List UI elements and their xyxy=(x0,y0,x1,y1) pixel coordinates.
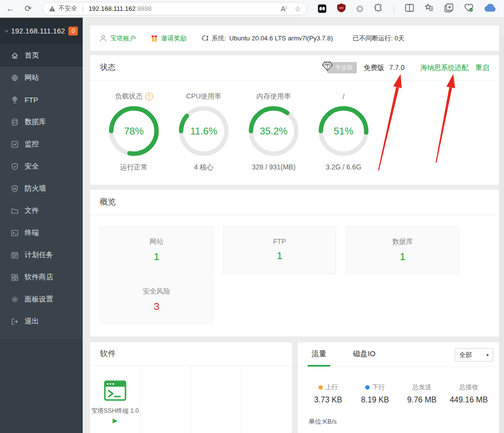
sidebar-item-cron[interactable]: 计划任务 xyxy=(0,244,83,266)
split-screen-icon[interactable] xyxy=(405,4,414,14)
edition-label: 免费版 xyxy=(364,64,384,72)
ubuntu-icon xyxy=(201,34,209,42)
software-empty-cell xyxy=(191,366,242,433)
card-database[interactable]: 数据库 1 xyxy=(346,226,459,274)
sidebar-item-firewall[interactable]: 防火墙 xyxy=(0,177,83,200)
reload-button[interactable]: ⟳ xyxy=(21,1,35,16)
settings-icon xyxy=(11,296,19,303)
sidebar-item-logout[interactable]: 退出 xyxy=(0,310,83,333)
collections-icon[interactable] xyxy=(425,3,434,14)
sidebar-item-website[interactable]: 网站 xyxy=(0,67,83,89)
app-play-button[interactable]: ▶ xyxy=(113,417,118,424)
upstream-dot-icon xyxy=(318,385,323,390)
user-icon xyxy=(99,34,107,42)
sidebar-item-terminal[interactable]: 终端 xyxy=(0,222,83,244)
software-panel: 软件 宝塔SSH终端 1.0 ▶ xyxy=(90,342,292,433)
status-title: 状态 xyxy=(100,63,116,73)
firewall-icon xyxy=(11,185,19,193)
downstream-dot-icon xyxy=(365,385,370,390)
sidebar-item-home[interactable]: 首页 xyxy=(0,44,83,67)
appstore-icon xyxy=(11,273,19,281)
home-icon xyxy=(11,52,19,60)
stat-upstream: 上行 3.73 KB xyxy=(305,383,351,404)
terminal-icon xyxy=(11,229,19,237)
files-icon xyxy=(11,207,19,215)
address-separator: | xyxy=(82,5,84,12)
server-ip: 192.168.111.162 xyxy=(11,27,65,35)
overview-panel: 概览 网站 1 FTP 1 数据库 1 安全风险 3 xyxy=(90,190,499,336)
sidebar-item-monitor[interactable]: 监控 xyxy=(0,133,83,155)
status-panel: 状态 专业版 免费版 7.7.0 海纳思系统适配 重启 负载状态? 78% xyxy=(90,55,499,185)
stat-downstream: 下行 8.19 KB xyxy=(351,383,398,404)
sidebar-item-files[interactable]: 文件 xyxy=(0,200,83,222)
read-aloud-icon[interactable]: A) xyxy=(281,5,286,13)
server-monitor-icon xyxy=(5,27,8,35)
address-bar[interactable]: 不安全 | 192.168.111.162 :8888 A) ☆ xyxy=(42,2,307,15)
sidebar-item-appstore[interactable]: 软件商店 xyxy=(0,266,83,288)
software-empty-cell xyxy=(242,366,292,433)
software-title: 软件 xyxy=(100,349,116,359)
diamond-icon xyxy=(321,61,333,71)
sidebar: 192.168.111.162 0 首页 网站 FTP 数据库 监控 安全 防火… xyxy=(0,18,83,433)
ublock-extension-icon[interactable]: UO xyxy=(337,3,346,14)
interface-filter-select[interactable]: 全部 ▾ xyxy=(455,348,493,362)
restart-link[interactable]: 重启 xyxy=(475,64,489,72)
database-icon xyxy=(11,118,19,126)
tab-traffic[interactable]: 流量 xyxy=(308,342,330,366)
help-icon[interactable]: ? xyxy=(145,93,153,100)
software-app-ssh-terminal[interactable]: 宝塔SSH终端 1.0 ▶ xyxy=(90,366,141,433)
sidebar-item-security[interactable]: 安全 xyxy=(0,155,83,177)
cron-icon xyxy=(11,251,19,259)
bt-account-link[interactable]: 宝塔账户 xyxy=(110,34,136,43)
traffic-panel: 流量 磁盘IO 全部 ▾ 上行 3.73 KB 下行 8.19 KB 总发送 9… xyxy=(298,342,499,433)
card-security-risk[interactable]: 安全风险 3 xyxy=(100,276,213,324)
security-icon xyxy=(11,163,19,170)
software-empty-cell xyxy=(141,366,191,433)
dark-reader-extension-icon[interactable] xyxy=(318,4,326,13)
not-secure-warning-icon xyxy=(49,5,56,12)
sidebar-footer xyxy=(0,339,83,433)
message-count-badge[interactable]: 0 xyxy=(68,27,78,35)
gift-icon xyxy=(151,34,158,42)
url-port: :8888 xyxy=(136,5,152,12)
pro-edition-badge[interactable]: 专业版 xyxy=(327,62,357,73)
sidebar-item-ftp[interactable]: FTP xyxy=(0,89,83,111)
panel-version: 7.7.0 xyxy=(389,64,405,72)
duplicate-tab-icon[interactable] xyxy=(444,3,453,14)
monitor-icon xyxy=(11,140,19,148)
sidebar-item-settings[interactable]: 面板设置 xyxy=(0,288,83,310)
sidebar-item-database[interactable]: 数据库 xyxy=(0,111,83,133)
ssh-terminal-icon xyxy=(103,380,127,401)
gauge-load: 负载状态? 78% 运行正常 xyxy=(99,92,169,172)
card-website[interactable]: 网站 1 xyxy=(100,226,213,274)
gauge-cpu: CPU使用率 11.6% 4 核心 xyxy=(169,92,239,172)
invite-reward-link[interactable]: 邀请奖励 xyxy=(161,34,187,43)
favorite-star-icon[interactable]: ☆ xyxy=(294,5,301,13)
extensions-puzzle-icon[interactable] xyxy=(374,3,383,14)
browser-toolbar: ← ⟳ 不安全 | 192.168.111.162 :8888 A) ☆ UO xyxy=(0,0,504,18)
sidebar-server-header[interactable]: 192.168.111.162 0 xyxy=(0,18,83,44)
gauge-memory: 内存使用率 35.2% 328 / 931(MB) xyxy=(239,92,309,172)
system-value: Ubuntu 20.04.6 LTS armv7l(Py3.7.8) xyxy=(229,34,333,42)
main-content: 宝塔账户 邀请奖励 系统: Ubuntu 20.04.6 LTS armv7l(… xyxy=(83,18,504,433)
hinas-adapt-link[interactable]: 海纳思系统适配 xyxy=(420,64,469,72)
unit-label: 单位:KB/s xyxy=(309,417,499,426)
uptime-text: 已不间断运行: 0天 xyxy=(352,34,404,43)
svg-text:UO: UO xyxy=(339,6,344,9)
site-icon xyxy=(11,74,19,82)
system-label: 系统: xyxy=(212,34,226,43)
overview-title: 概览 xyxy=(100,197,116,207)
scrollbar-strip[interactable] xyxy=(499,35,504,433)
tab-disk-io[interactable]: 磁盘IO xyxy=(349,342,379,366)
extension-ring-icon[interactable] xyxy=(356,5,363,12)
ftp-icon xyxy=(11,96,19,104)
browser-essentials-icon[interactable] xyxy=(464,3,473,14)
security-label: 不安全 xyxy=(59,4,77,13)
card-ftp[interactable]: FTP 1 xyxy=(223,226,336,274)
logout-icon xyxy=(11,318,19,326)
url-host: 192.168.111.162 xyxy=(89,5,136,12)
weather-cloud-icon[interactable] xyxy=(484,4,496,14)
back-button[interactable]: ← xyxy=(3,1,18,16)
chevron-down-icon: ▾ xyxy=(486,352,489,358)
stat-total-received: 总接收 449.16 MB xyxy=(445,383,492,404)
